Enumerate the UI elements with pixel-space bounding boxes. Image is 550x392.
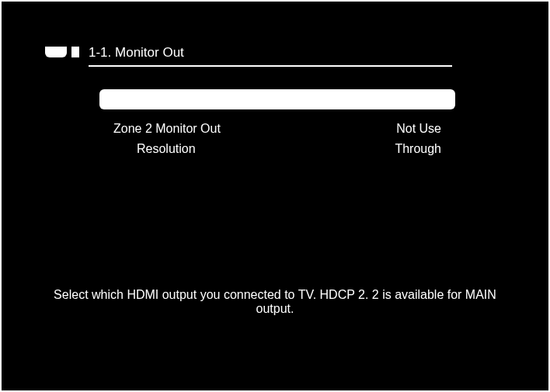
- setting-row-zone2-monitor-out[interactable]: Zone 2 Monitor Out Not Use: [99, 119, 455, 139]
- logo-shape-right: [71, 47, 79, 57]
- setting-label: Resolution: [113, 142, 196, 156]
- setting-label: Zone 2 Monitor Out: [113, 122, 221, 136]
- av-logo: [45, 47, 79, 57]
- setting-value: Not Use: [396, 122, 441, 136]
- page-title: 1-1. Monitor Out: [89, 45, 505, 65]
- setting-value: Through: [395, 142, 441, 156]
- help-text: Select which HDMI output you connected t…: [2, 288, 548, 316]
- title-underline: [89, 65, 452, 67]
- settings-screen: 1-1. Monitor Out Zone 2 Monitor Out Not …: [2, 2, 548, 390]
- setting-row-resolution[interactable]: Resolution Through: [99, 139, 455, 159]
- title-block: 1-1. Monitor Out: [89, 45, 505, 67]
- selected-row-highlight[interactable]: [99, 89, 455, 109]
- screen-header: 1-1. Monitor Out: [45, 45, 505, 67]
- settings-list: Zone 2 Monitor Out Not Use Resolution Th…: [99, 89, 455, 159]
- logo-shape-left: [45, 47, 67, 57]
